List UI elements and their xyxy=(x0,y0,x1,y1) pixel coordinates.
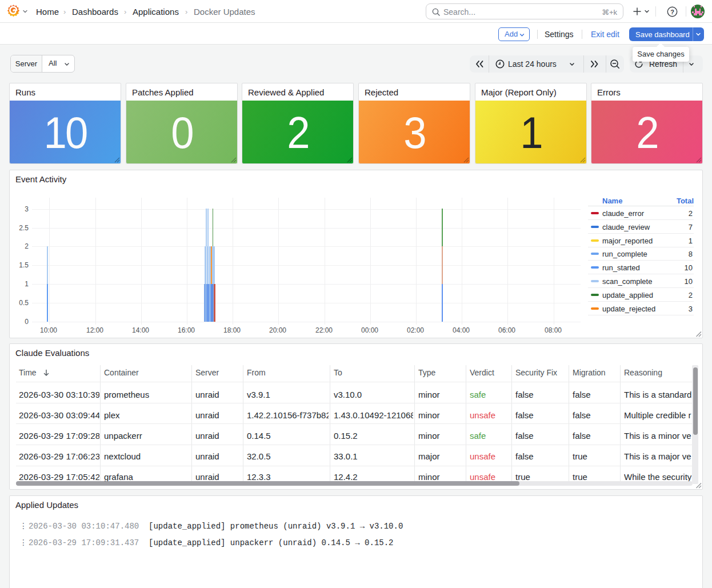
svg-text:?: ? xyxy=(670,9,674,15)
